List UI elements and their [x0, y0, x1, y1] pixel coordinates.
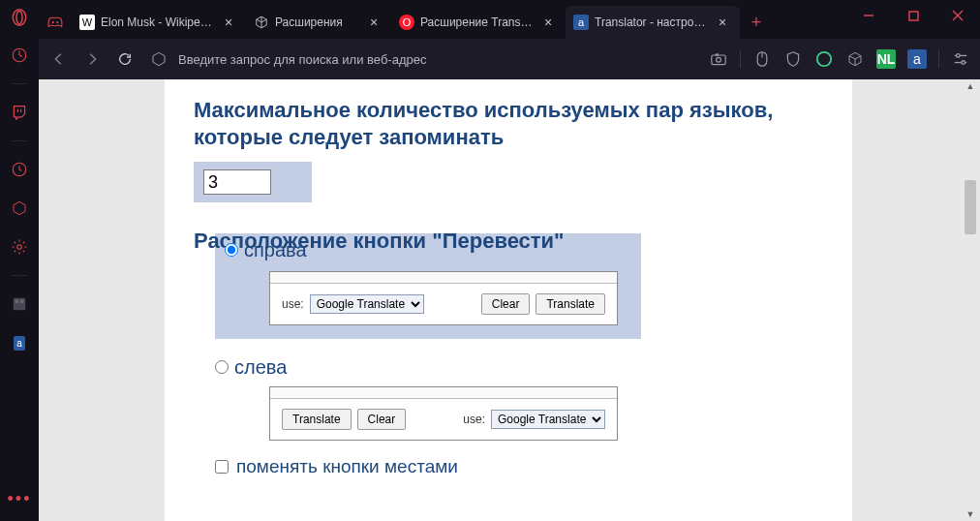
use-label: use:	[463, 413, 485, 426]
opera-favicon: O	[399, 15, 414, 30]
tab-translator-settings[interactable]: a Translator - настройки ×	[566, 6, 740, 39]
svg-point-3	[56, 21, 58, 23]
tab-label: Расширение Translator	[420, 15, 535, 29]
scroll-down-arrow[interactable]: ▼	[965, 509, 975, 519]
sidebar: a •••	[0, 39, 39, 521]
address-bar[interactable]: Введите запрос для поиска или веб-адрес	[147, 51, 697, 67]
translator-ext-icon[interactable]: a	[907, 49, 927, 69]
preview-controls: use: Google Translate Clear Translate	[270, 284, 617, 324]
easy-setup-icon[interactable]	[951, 49, 970, 69]
window-controls	[846, 0, 980, 31]
tab-label: Расширения	[275, 15, 360, 29]
radio-left[interactable]: слева	[215, 356, 823, 379]
new-tab-button[interactable]: +	[740, 6, 773, 39]
svg-point-13	[817, 52, 831, 66]
maximize-button[interactable]	[891, 0, 935, 31]
tab-translator-ext[interactable]: O Расширение Translator ×	[391, 6, 566, 39]
preview-controls: Translate Clear use: Google Translate	[270, 399, 617, 440]
speed-dial-icon[interactable]	[9, 45, 30, 66]
divider	[938, 50, 939, 68]
radio-left-input[interactable]	[215, 360, 229, 374]
heading-max-pairs: Максимальное количество используемых пар…	[194, 97, 823, 150]
tab-label: Translator - настройки	[595, 15, 709, 29]
svg-point-0	[13, 10, 26, 26]
nl-badge-icon[interactable]: NL	[876, 49, 896, 69]
settings-page: Максимальное количество используемых пар…	[165, 79, 852, 521]
mouse-icon[interactable]	[752, 49, 772, 69]
toolbar-extensions: NL a	[709, 49, 970, 69]
max-pairs-input[interactable]	[203, 169, 271, 195]
svg-rect-23	[20, 300, 24, 304]
address-placeholder: Введите запрос для поиска или веб-адрес	[178, 52, 426, 67]
svg-point-9	[717, 57, 721, 62]
viewport: Максимальное количество используемых пар…	[39, 79, 980, 521]
radio-left-label: слева	[234, 356, 287, 379]
settings-icon[interactable]	[9, 236, 30, 258]
divider	[740, 50, 741, 68]
minimize-button[interactable]	[846, 0, 891, 31]
twitch-icon[interactable]	[9, 102, 30, 123]
camera-icon[interactable]	[709, 49, 728, 69]
circle-check-icon[interactable]	[814, 49, 834, 69]
svg-rect-22	[15, 300, 19, 304]
preview-textarea	[270, 272, 617, 284]
radio-right-input[interactable]	[225, 243, 238, 257]
layout-option-right: справа use: Google Translate Clear Trans…	[215, 233, 641, 339]
tab-label: Elon Musk - Wikipedia	[101, 15, 215, 29]
shield-icon[interactable]	[783, 49, 803, 69]
svg-point-17	[962, 61, 965, 65]
svg-point-15	[957, 54, 961, 58]
separator	[12, 140, 27, 141]
translator-select[interactable]: Google Translate	[491, 410, 605, 429]
scrollbar-thumb[interactable]	[965, 180, 976, 234]
close-icon[interactable]: ×	[221, 15, 236, 30]
close-icon[interactable]: ×	[715, 15, 730, 30]
pinned-tab-discord[interactable]	[39, 6, 72, 39]
translator-select[interactable]: Google Translate	[310, 294, 424, 314]
radio-right-label: справа	[244, 239, 307, 261]
close-window-button[interactable]	[935, 0, 980, 31]
translator-favicon: a	[573, 15, 589, 30]
opera-menu-button[interactable]	[8, 6, 31, 29]
close-icon[interactable]: ×	[366, 15, 382, 30]
tab-wikipedia[interactable]: W Elon Musk - Wikipedia ×	[72, 6, 246, 39]
reload-button[interactable]	[114, 48, 136, 70]
site-info-icon[interactable]	[151, 51, 168, 67]
forward-button[interactable]	[81, 48, 103, 70]
cube-ext-icon[interactable]	[845, 49, 865, 69]
history-icon[interactable]	[9, 159, 30, 180]
svg-point-1	[16, 11, 22, 24]
separator	[12, 275, 27, 276]
max-pairs-field-wrap	[194, 162, 312, 202]
svg-point-2	[52, 21, 54, 23]
wikipedia-favicon: W	[79, 15, 95, 30]
scroll-up-arrow[interactable]: ▲	[965, 81, 975, 91]
scrollbar[interactable]: ▲ ▼	[965, 79, 978, 521]
address-toolbar: Введите запрос для поиска или веб-адрес …	[0, 39, 980, 79]
preview-right: use: Google Translate Clear Translate	[269, 271, 618, 325]
swap-buttons-checkbox[interactable]: поменять кнопки местами	[215, 456, 823, 477]
translate-button[interactable]: Translate	[282, 409, 352, 430]
svg-rect-5	[909, 12, 918, 20]
cube-icon	[254, 15, 269, 30]
tab-extensions[interactable]: Расширения ×	[246, 6, 391, 39]
swap-buttons-label: поменять кнопки местами	[236, 456, 458, 477]
svg-point-20	[17, 245, 22, 250]
radio-right[interactable]: справа	[225, 239, 624, 261]
preview-textarea	[270, 387, 617, 399]
use-label: use:	[282, 297, 304, 311]
more-icon[interactable]: •••	[9, 488, 30, 509]
layout-option-left: Translate Clear use: Google Translate	[215, 386, 823, 441]
svg-rect-10	[716, 53, 719, 55]
swap-buttons-input[interactable]	[215, 460, 229, 474]
pinboard-icon[interactable]	[9, 293, 30, 315]
translate-button[interactable]: Translate	[536, 293, 605, 315]
close-icon[interactable]: ×	[540, 15, 556, 30]
back-button[interactable]	[48, 48, 70, 70]
clear-button[interactable]: Clear	[357, 409, 407, 430]
tab-strip: W Elon Musk - Wikipedia × Расширения × O…	[0, 0, 980, 39]
svg-rect-8	[712, 55, 725, 65]
clear-button[interactable]: Clear	[481, 293, 531, 315]
translator-sb-icon[interactable]: a	[9, 332, 30, 353]
package-icon[interactable]	[9, 198, 30, 219]
